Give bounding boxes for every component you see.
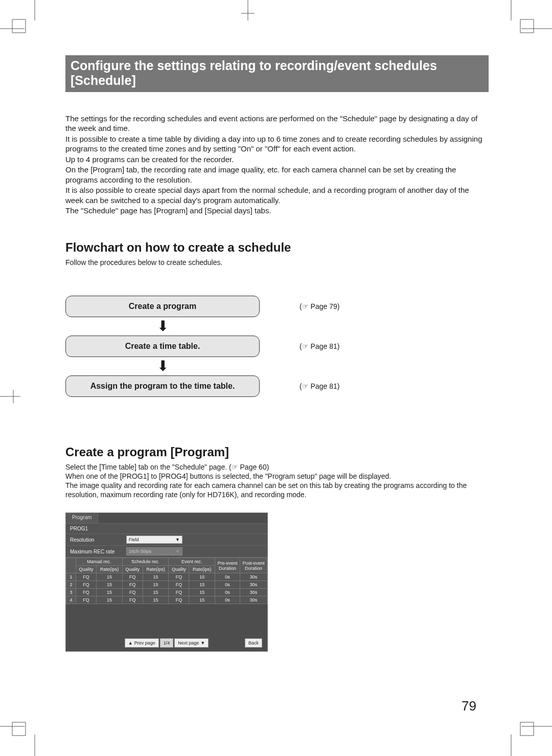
down-arrow-icon: ⬇ bbox=[65, 359, 260, 373]
resolution-select[interactable]: Field ▼ bbox=[126, 536, 182, 544]
flowchart-heading: Flowchart on how to create a schedule bbox=[65, 240, 489, 255]
cell[interactable]: 30s bbox=[240, 596, 267, 604]
page: Configure the settings relating to recor… bbox=[0, 0, 552, 756]
maxrate-select[interactable]: 16ch-30ips ▼ bbox=[126, 547, 182, 555]
col-rate: Rate(ips) bbox=[143, 566, 169, 573]
cell[interactable]: 30s bbox=[240, 573, 267, 581]
maxrate-value: 16ch-30ips bbox=[129, 549, 151, 554]
cell[interactable]: FQ bbox=[169, 573, 189, 581]
cell[interactable]: 15 bbox=[97, 596, 123, 604]
row-index: 4 bbox=[66, 596, 76, 604]
cell[interactable]: 15 bbox=[97, 581, 123, 589]
chevron-up-icon: ▲ bbox=[128, 641, 133, 646]
cell[interactable]: 30s bbox=[240, 589, 267, 596]
resolution-label: Resolution bbox=[70, 537, 126, 543]
svg-rect-2 bbox=[12, 19, 26, 33]
col-rate: Rate(ips) bbox=[189, 566, 215, 573]
svg-rect-15 bbox=[520, 722, 534, 736]
page-indicator: 1/4 bbox=[160, 638, 174, 648]
cell[interactable]: 0s bbox=[215, 589, 240, 596]
panel-footer: ▲ Prev page 1/4 Next page ▼ Back bbox=[66, 635, 267, 651]
col-quality: Quality bbox=[169, 566, 189, 573]
cell[interactable]: FQ bbox=[76, 573, 97, 581]
prev-page-button[interactable]: ▲ Prev page bbox=[125, 638, 159, 648]
flow-step-2: Create a time table. bbox=[65, 336, 260, 357]
flowchart: Create a program (☞ Page 79) ⬇ Create a … bbox=[65, 296, 489, 397]
flow-step-1-ref: (☞ Page 79) bbox=[300, 302, 339, 310]
row-index: 1 bbox=[66, 573, 76, 581]
page-number: 79 bbox=[462, 698, 476, 714]
flow-step-2-ref: (☞ Page 81) bbox=[300, 342, 339, 350]
down-arrow-icon: ⬇ bbox=[65, 319, 260, 333]
resolution-value: Field bbox=[129, 537, 139, 542]
cell[interactable]: FQ bbox=[169, 596, 189, 604]
program-text: Select the [Time table] tab on the "Sche… bbox=[65, 462, 489, 500]
cell[interactable]: FQ bbox=[122, 589, 143, 596]
next-page-button[interactable]: Next page ▼ bbox=[174, 638, 209, 648]
cell[interactable]: 15 bbox=[143, 589, 169, 596]
flowchart-intro: Follow the procedures below to create sc… bbox=[65, 258, 489, 267]
program-name: PROG1 bbox=[66, 524, 267, 534]
cell[interactable]: FQ bbox=[76, 596, 97, 604]
svg-rect-12 bbox=[12, 722, 26, 736]
next-label: Next page bbox=[178, 641, 199, 646]
flow-step-3: Assign the program to the time table. bbox=[65, 375, 260, 397]
chevron-down-icon: ▼ bbox=[200, 641, 205, 646]
cell[interactable]: FQ bbox=[122, 581, 143, 589]
col-pre-event: Pre-event Duration bbox=[215, 558, 240, 573]
cell[interactable]: 15 bbox=[143, 573, 169, 581]
col-schedule-rec: Schedule rec. bbox=[122, 558, 169, 566]
program-setup-panel: Program PROG1 Resolution Field ▼ Maximum… bbox=[65, 513, 268, 652]
table-row: 1 FQ 15 FQ 15 FQ 15 0s 30s bbox=[66, 573, 267, 581]
program-para: The image quality and recording rate for… bbox=[65, 481, 489, 499]
cell[interactable]: FQ bbox=[76, 581, 97, 589]
col-event-rec: Event rec. bbox=[169, 558, 215, 566]
maxrate-label: Maximum REC rate bbox=[70, 549, 126, 554]
recording-table: Manual rec. Schedule rec. Event rec. Pre… bbox=[66, 558, 267, 604]
cell[interactable]: 15 bbox=[189, 589, 215, 596]
cell[interactable]: 15 bbox=[97, 573, 123, 581]
col-post-event: Post-event Duration bbox=[240, 558, 267, 573]
tab-program[interactable]: Program bbox=[66, 513, 98, 523]
program-heading: Create a program [Program] bbox=[65, 445, 489, 459]
cell[interactable]: FQ bbox=[169, 589, 189, 596]
intro-para: The settings for the recording schedules… bbox=[65, 114, 489, 134]
cell[interactable]: 30s bbox=[240, 581, 267, 589]
cell[interactable]: 0s bbox=[215, 573, 240, 581]
program-para: Select the [Time table] tab on the "Sche… bbox=[65, 462, 489, 472]
cell[interactable]: FQ bbox=[122, 596, 143, 604]
cell[interactable]: 15 bbox=[143, 581, 169, 589]
cell[interactable]: 15 bbox=[189, 573, 215, 581]
intro-para: The "Schedule" page has [Program] and [S… bbox=[65, 206, 489, 216]
intro-para: On the [Program] tab, the recording rate… bbox=[65, 165, 489, 185]
flow-step-3-ref: (☞ Page 81) bbox=[300, 382, 339, 390]
tab-strip: Program bbox=[66, 513, 267, 524]
svg-rect-7 bbox=[520, 19, 534, 33]
cell[interactable]: 15 bbox=[189, 581, 215, 589]
col-rate: Rate(ips) bbox=[97, 566, 123, 573]
cell[interactable]: 15 bbox=[143, 596, 169, 604]
chevron-down-icon: ▼ bbox=[175, 549, 180, 554]
cell[interactable]: 15 bbox=[97, 589, 123, 596]
cell[interactable]: FQ bbox=[76, 589, 97, 596]
row-index: 3 bbox=[66, 589, 76, 596]
col-manual-rec: Manual rec. bbox=[76, 558, 123, 566]
intro-para: It is possible to create a time table by… bbox=[65, 134, 489, 154]
col-quality: Quality bbox=[76, 566, 97, 573]
back-button[interactable]: Back bbox=[245, 638, 262, 648]
intro-para: Up to 4 programs can be created for the … bbox=[65, 154, 489, 165]
cell[interactable]: FQ bbox=[122, 573, 143, 581]
cell[interactable]: 0s bbox=[215, 581, 240, 589]
table-row: 2 FQ 15 FQ 15 FQ 15 0s 30s bbox=[66, 581, 267, 589]
row-index: 2 bbox=[66, 581, 76, 589]
intro-para: It is also possible to create special da… bbox=[65, 185, 489, 205]
table-row: 4 FQ 15 FQ 15 FQ 15 0s 30s bbox=[66, 596, 267, 604]
intro-text: The settings for the recording schedules… bbox=[65, 114, 489, 216]
prev-label: Prev page bbox=[134, 641, 155, 646]
cell[interactable]: 0s bbox=[215, 596, 240, 604]
cell[interactable]: 15 bbox=[189, 596, 215, 604]
cell[interactable]: FQ bbox=[169, 581, 189, 589]
col-quality: Quality bbox=[122, 566, 143, 573]
table-row: 3 FQ 15 FQ 15 FQ 15 0s 30s bbox=[66, 589, 267, 596]
program-para: When one of the [PROG1] to [PROG4] butto… bbox=[65, 472, 489, 481]
